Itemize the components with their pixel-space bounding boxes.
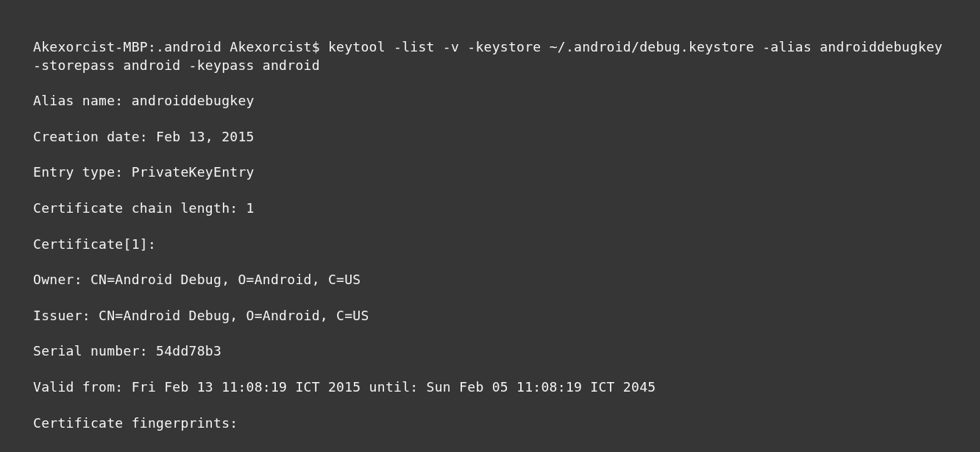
output-creation-date: Creation date: Feb 13, 2015 [33, 128, 947, 146]
output-serial: Serial number: 54dd78b3 [33, 342, 947, 360]
output-fingerprints-header: Certificate fingerprints: [33, 414, 947, 432]
output-alias-name: Alias name: androiddebugkey [33, 92, 947, 110]
output-chain-length: Certificate chain length: 1 [33, 199, 947, 217]
output-issuer: Issuer: CN=Android Debug, O=Android, C=U… [33, 307, 947, 325]
output-valid: Valid from: Fri Feb 13 11:08:19 ICT 2015… [33, 378, 947, 396]
prompt: Akexorcist-MBP:.android Akexorcist$ [33, 39, 328, 54]
terminal-output[interactable]: Akexorcist-MBP:.android Akexorcist$ keyt… [33, 21, 947, 452]
output-entry-type: Entry type: PrivateKeyEntry [33, 163, 947, 181]
output-owner: Owner: CN=Android Debug, O=Android, C=US [33, 271, 947, 289]
command-line: Akexorcist-MBP:.android Akexorcist$ keyt… [33, 38, 947, 74]
output-cert-header: Certificate[1]: [33, 236, 947, 253]
